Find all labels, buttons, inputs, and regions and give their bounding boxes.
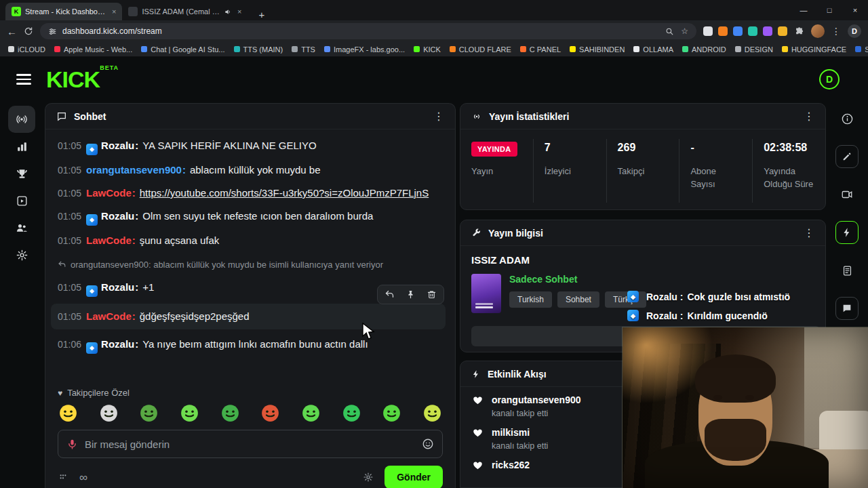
bookmark-item[interactable]: ImageFX - labs.goo... [324, 45, 405, 54]
send-button[interactable]: Gönder [384, 466, 443, 488]
emote[interactable] [59, 404, 77, 422]
bookmark-item[interactable]: TTS [292, 45, 315, 54]
extension-icon[interactable] [778, 26, 787, 36]
activity-username[interactable]: orangutanseven900 [492, 394, 581, 405]
sidebar-item-analytics[interactable] [8, 133, 35, 160]
bookmark-item[interactable]: iCLOUD [8, 45, 45, 54]
extension-icon[interactable] [733, 26, 743, 36]
tab-audio-icon[interactable] [224, 8, 232, 16]
url-text: dashboard.kick.com/stream [62, 26, 162, 36]
activity-username[interactable]: ricks262 [492, 460, 530, 470]
bookmark-item[interactable]: HUGGINGFACE [782, 45, 846, 54]
stream-info-menu-icon[interactable]: ⋮ [804, 228, 814, 239]
camera-icon[interactable] [835, 183, 859, 206]
extension-icon[interactable] [718, 26, 728, 36]
app-profile-avatar[interactable]: D [819, 69, 840, 89]
mic-icon[interactable] [66, 439, 78, 450]
emote[interactable] [261, 404, 279, 422]
activity-username[interactable]: milkismi [492, 427, 548, 438]
browser-avatar[interactable] [811, 24, 825, 38]
emote[interactable] [100, 404, 118, 422]
bookmark-item[interactable]: OLLAMA [633, 45, 673, 54]
chat-popout-button[interactable] [835, 297, 859, 320]
chat-message[interactable]: 01:05LawCodehttps://youtube.com/shorts/3… [58, 185, 443, 201]
bookmark-item[interactable]: ANDROID [682, 45, 726, 54]
browser-tab[interactable]: K Stream - Kick Dashboard × [5, 3, 122, 20]
message-username[interactable]: Rozalu [101, 210, 138, 222]
chat-menu-icon[interactable]: ⋮ [433, 111, 444, 122]
emote-menu-icon[interactable] [58, 472, 68, 483]
bookmark-star-icon[interactable]: ☆ [681, 26, 688, 36]
chat-message[interactable]: 01:05RozaluOlm sen suyu tek nefeste ıcıo… [58, 208, 443, 226]
chat-message[interactable]: 01:05orangutanseven900ablacım küllük yok… [58, 162, 443, 178]
chat-settings-button[interactable] [363, 472, 374, 483]
bookmark-item[interactable]: TTS (MAIN) [234, 45, 283, 54]
chat-message[interactable]: 01:05LawCodeşunu açsana ufak [58, 232, 443, 249]
maximize-button[interactable]: □ [816, 6, 842, 14]
bookmark-item[interactable]: SAHIBINDEN [570, 45, 625, 54]
message-username[interactable]: Rozalu [101, 338, 138, 350]
info-icon[interactable] [835, 107, 859, 130]
emote[interactable] [221, 404, 239, 422]
bookmark-item[interactable]: Chat | Google AI Stu... [141, 45, 224, 54]
emoji-picker-icon[interactable] [422, 438, 434, 450]
close-button[interactable]: × [842, 6, 868, 14]
bookmark-item[interactable]: DESIGN [735, 45, 773, 54]
refresh-button[interactable] [24, 26, 33, 36]
chat-message[interactable]: 01:05RozaluYA SAPIK HERİF AKLINA NE GELI… [58, 138, 443, 155]
zoom-icon[interactable] [665, 27, 674, 36]
quick-actions-button[interactable] [835, 221, 859, 244]
tag-pill[interactable]: Turkish [509, 291, 552, 308]
chat-message-input[interactable] [85, 439, 415, 450]
url-bar[interactable]: dashboard.kick.com/stream ☆ [40, 23, 696, 39]
extension-icon[interactable] [703, 26, 713, 36]
browser-profile-badge[interactable]: D [848, 24, 861, 38]
sidebar-item-settings[interactable] [8, 241, 35, 268]
new-tab-button[interactable]: + [254, 9, 269, 20]
message-username[interactable]: LawCode [86, 235, 136, 246]
emote[interactable] [382, 404, 401, 422]
chat-message[interactable]: 01:05LawCodeğdğeşfşeşidşep2peşğed [51, 304, 446, 329]
edit-stream-button[interactable] [835, 145, 859, 168]
notes-icon[interactable] [835, 259, 859, 282]
bookmark-item[interactable]: C PANEL [520, 45, 561, 54]
reply-button[interactable] [384, 289, 395, 300]
message-username[interactable]: orangutanseven900 [86, 164, 186, 176]
puzzle-icon[interactable] [794, 26, 804, 37]
chat-message[interactable]: orangutanseven900: ablacım küllük yok mu… [58, 257, 443, 272]
emote[interactable] [140, 404, 158, 422]
message-username[interactable]: Rozalu [101, 140, 138, 151]
stats-menu-icon[interactable]: ⋮ [804, 111, 814, 122]
message-username[interactable]: Rozalu [101, 281, 138, 293]
extension-icon[interactable] [748, 26, 757, 36]
category-name[interactable]: Sadece Sohbet [509, 274, 646, 285]
emote[interactable] [423, 404, 441, 422]
bookmark-item[interactable]: KICK [414, 45, 441, 54]
browser-menu-icon[interactable]: ⋮ [831, 26, 841, 37]
sidebar-item-achievements[interactable] [8, 160, 35, 187]
pin-button[interactable] [406, 289, 416, 300]
emote[interactable] [180, 404, 199, 422]
tab-close-icon[interactable]: × [237, 7, 241, 16]
chat-message[interactable]: 01:06RozaluYa nıye beım attıgım lınkı ac… [58, 336, 443, 354]
emote[interactable] [342, 404, 361, 422]
bookmark-item[interactable]: Apple Music - Web... [54, 45, 132, 54]
sidebar-item-stream[interactable] [8, 106, 35, 133]
browser-tab[interactable]: ISSIZ ADAM (Cemal Hüna × [122, 3, 248, 20]
extension-icon[interactable] [763, 26, 772, 36]
bookmark-item[interactable]: CLOUD FLARE [450, 45, 511, 54]
minimize-button[interactable]: — [791, 6, 816, 14]
message-username[interactable]: LawCode [86, 187, 136, 199]
message-username[interactable]: LawCode [86, 310, 136, 322]
tab-close-icon[interactable]: × [112, 7, 116, 16]
menu-button[interactable] [16, 74, 31, 85]
emote[interactable] [302, 404, 320, 422]
sidebar-item-community[interactable] [8, 214, 35, 241]
sidebar-item-clips[interactable] [8, 187, 35, 214]
infinity-icon[interactable]: ∞ [79, 472, 87, 483]
site-settings-icon[interactable] [48, 27, 57, 36]
delete-button[interactable] [427, 289, 437, 300]
back-button[interactable]: ← [7, 26, 17, 37]
tag-pill[interactable]: Sohbet [557, 291, 599, 308]
bookmark-item[interactable]: SKECHERS [855, 45, 868, 54]
